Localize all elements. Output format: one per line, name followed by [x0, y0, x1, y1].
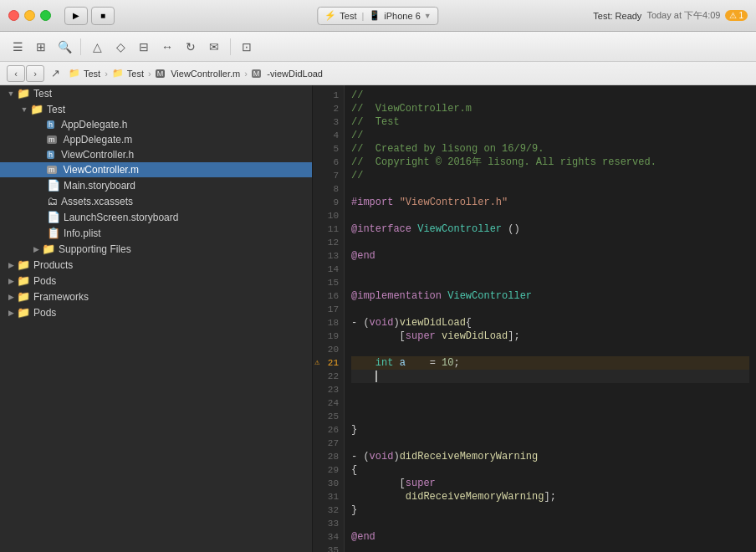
code-line-34: @end [351, 530, 749, 544]
m-file-icon: m [47, 135, 57, 144]
breadcrumb-bar: ‹ › ↗ 📁 Test › 📁 Test › M ViewController… [0, 62, 756, 85]
sidebar-item-label: AppDelegate.m [64, 134, 133, 146]
breadcrumb-sep-3: › [244, 69, 248, 79]
sidebar-item-appdelegate-h[interactable]: h AppDelegate.h [0, 117, 312, 132]
line-num-8: 8 [313, 182, 344, 196]
code-line-1: // [351, 89, 749, 102]
sidebar-item-assets[interactable]: 🗂 Assets.xcassets [0, 193, 312, 209]
forward-arrow[interactable]: › [26, 65, 44, 82]
minimize-button[interactable] [24, 10, 35, 21]
sidebar-item-pods2[interactable]: ▶ 📁 Pods [0, 304, 312, 320]
code-line-28: - (void)didReceiveMemoryWarning [351, 450, 749, 463]
search-button[interactable]: 🔍 [54, 36, 75, 58]
method-icon: M [252, 69, 262, 78]
warning-badge[interactable]: ⚠ 1 [725, 10, 748, 21]
toolbar: ☰ ⊞ 🔍 △ ◇ ⊟ ↔ ↻ ✉ ⊡ [0, 32, 756, 62]
line-num-26: 26 [313, 423, 344, 437]
sidebar-item-supporting-files[interactable]: ▶ 📁 Supporting Files [0, 241, 312, 257]
run-button[interactable]: ▶ [64, 7, 88, 25]
storyboard-icon: 📄 [47, 179, 60, 192]
scheme-area: ⚡ Test | 📱 iPhone 6 ▼ [317, 7, 438, 25]
chevron-down-icon: ▼ [424, 12, 432, 20]
breakpoint-button[interactable]: ↔ [156, 36, 178, 58]
line-num-20: 20 [313, 343, 344, 356]
code-line-9: #import "ViewController.h" [351, 196, 749, 209]
toggle-spacer [35, 212, 47, 223]
sidebar-item-info-plist[interactable]: 📋 Info.plist [0, 225, 312, 241]
code-line-6: // Copyright © 2016年 lisong. All rights … [351, 156, 749, 169]
test-button[interactable]: ◇ [110, 36, 131, 58]
breadcrumb-jump[interactable]: ↗ [51, 67, 60, 79]
line-num-12: 12 [313, 236, 344, 249]
code-line-4: // [351, 129, 749, 142]
sidebar-item-launchscreen[interactable]: 📄 LaunchScreen.storyboard [0, 209, 312, 225]
line-num-3: 3 [313, 115, 344, 129]
scheme-selector[interactable]: ⚡ Test | 📱 iPhone 6 ▼ [317, 7, 438, 25]
code-line-15 [351, 276, 749, 289]
file-navigator: ▼ 📁 Test ▼ 📁 Test h AppDelegate.h m AppD… [0, 85, 313, 552]
line-num-22: 22 [313, 370, 344, 383]
breadcrumb-label-2: Test [127, 69, 144, 79]
breadcrumb-sep-1: › [105, 69, 108, 79]
stop-button[interactable]: ■ [91, 7, 115, 25]
folder-icon: 📁 [17, 87, 30, 100]
sidebar-item-label: Frameworks [33, 291, 89, 303]
line-num-30: 30 [313, 477, 344, 490]
titlebar: ▶ ■ ⚡ Test | 📱 iPhone 6 ▼ Test: Ready To… [0, 0, 756, 32]
code-line-19: [super viewDidLoad]; [351, 330, 749, 343]
sidebar-item-label: Products [33, 259, 73, 271]
maximize-button[interactable] [40, 10, 51, 21]
sidebar-item-test-sub[interactable]: ▼ 📁 Test [0, 101, 312, 117]
line-num-19: 19 [313, 330, 344, 343]
line-num-2: 2 [313, 102, 344, 115]
sidebar-item-appdelegate-m[interactable]: m AppDelegate.m [0, 132, 312, 147]
sidebar-item-test-root[interactable]: ▼ 📁 Test [0, 85, 312, 101]
line-num-9: 9 [313, 196, 344, 209]
code-line-14 [351, 263, 749, 276]
hierarchy-button[interactable]: ⊞ [30, 36, 52, 58]
toolbar-divider-2 [230, 38, 231, 55]
breadcrumb-method[interactable]: M -viewDidLoad [248, 67, 326, 80]
line-num-32: 32 [313, 503, 344, 517]
code-line-24 [351, 396, 749, 410]
navigator-toggle-button[interactable]: ☰ [7, 36, 28, 58]
source-control-button[interactable]: ↻ [180, 36, 202, 58]
sidebar-item-label: Pods [33, 307, 56, 319]
sidebar-item-viewcontroller-h[interactable]: h ViewController.h [0, 147, 312, 162]
toggle-icon: ▼ [18, 104, 30, 115]
code-line-8 [351, 182, 749, 196]
toggle-spacer [35, 164, 47, 176]
scheme-name: Test [340, 11, 356, 21]
editor-layout-button[interactable]: ⊡ [236, 36, 258, 58]
line-num-16: 16 [313, 289, 344, 303]
breadcrumb-file[interactable]: M ViewController.m [152, 67, 243, 80]
code-editor[interactable]: 1 2 3 4 5 6 7 8 9 10 11 12 13 14 15 16 1… [313, 85, 756, 552]
code-line-21: int a = 10; [351, 356, 749, 370]
breadcrumb-test-sub[interactable]: 📁 Test [109, 66, 147, 80]
line-num-29: 29 [313, 463, 344, 477]
code-line-27 [351, 437, 749, 450]
toggle-icon: ▼ [5, 88, 17, 100]
h-file-icon: h [47, 151, 54, 159]
warning-icon: ⚠ [729, 11, 737, 20]
back-arrow[interactable]: ‹ [7, 65, 25, 82]
sidebar-item-viewcontroller-m[interactable]: m ViewController.m [0, 162, 312, 177]
comment-button[interactable]: ✉ [203, 36, 225, 58]
breadcrumb-label-3: ViewController.m [171, 69, 240, 79]
sidebar-item-pods[interactable]: ▶ 📁 Pods [0, 273, 312, 289]
breadcrumb-test-root[interactable]: 📁 Test [65, 66, 104, 80]
code-line-22: ​ [351, 370, 749, 383]
line-num-27: 27 [313, 437, 344, 450]
issue-button[interactable]: △ [86, 36, 108, 58]
sidebar-item-main-storyboard[interactable]: 📄 Main.storyboard [0, 177, 312, 193]
debug-button[interactable]: ⊟ [133, 36, 155, 58]
sidebar-item-products[interactable]: ▶ 📁 Products [0, 257, 312, 273]
line-numbers: 1 2 3 4 5 6 7 8 9 10 11 12 13 14 15 16 1… [313, 85, 345, 552]
line-num-4: 4 [313, 129, 344, 142]
code-line-18: - (void)viewDidLoad{ [351, 316, 749, 330]
close-button[interactable] [8, 10, 19, 21]
breadcrumb-label-4: -viewDidLoad [267, 69, 323, 79]
breadcrumb-label-1: Test [84, 69, 100, 79]
main-layout: ▼ 📁 Test ▼ 📁 Test h AppDelegate.h m AppD… [0, 85, 756, 552]
sidebar-item-frameworks[interactable]: ▶ 📁 Frameworks [0, 289, 312, 304]
